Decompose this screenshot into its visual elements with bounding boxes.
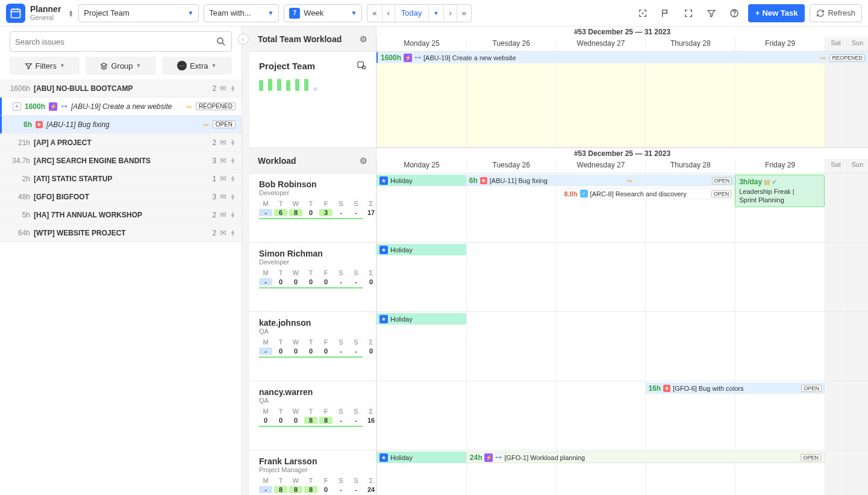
group-button[interactable]: Group▼: [86, 57, 155, 75]
task-line1: Leadership Freak |: [739, 188, 795, 195]
search-input[interactable]: [15, 37, 216, 46]
status-badge: OPEN: [712, 177, 732, 184]
day-header: F: [319, 269, 333, 276]
day-value: -: [349, 417, 363, 424]
project-row[interactable]: 64h [WTP] WEBSITE PROJECT 2 ✉ ▲▼: [0, 224, 242, 242]
svg-point-7: [217, 38, 223, 43]
day-header: M: [259, 477, 272, 484]
inbox-icon[interactable]: ✉: [220, 228, 226, 237]
view-selector[interactable]: Team with... ▼: [204, 4, 279, 22]
person-role: Developer: [259, 258, 366, 266]
day-header: F: [319, 200, 333, 207]
help-icon[interactable]: [725, 4, 743, 22]
extra-button[interactable]: ⋯ Extra▼: [162, 57, 232, 75]
calendar-settings-icon[interactable]: [357, 60, 366, 72]
holiday-bar[interactable]: ★ Holiday: [376, 313, 466, 325]
holiday-bar[interactable]: ★ Holiday: [376, 244, 466, 255]
sort-icon[interactable]: ▲▼: [230, 230, 236, 236]
team-selector[interactable]: Project Team ▼: [78, 4, 199, 22]
day-value: -: [334, 486, 348, 493]
period-selector[interactable]: 7 Week ▼: [284, 4, 362, 22]
project-list: 1606h [ABU] NO-BULL BOOTCAMP 2 ✉ ▲▼ + 16…: [0, 79, 242, 242]
sort-icon[interactable]: ▲▼: [230, 212, 236, 218]
day-header: T: [304, 200, 317, 207]
task-arc-8[interactable]: 8.0h ✓ [ARC-8] Research and discovery OP…: [561, 188, 735, 199]
chevron-left-icon: ‹: [238, 34, 249, 45]
day-value: -: [334, 278, 348, 285]
day-header: M: [259, 338, 272, 346]
holiday-label: Holiday: [390, 316, 413, 323]
fullscreen-icon[interactable]: [679, 4, 698, 22]
project-name: [WTP] WEBSITE PROJECT: [34, 229, 208, 237]
nav-fast-back[interactable]: «: [367, 5, 382, 22]
inbox-icon[interactable]: ✉: [220, 156, 226, 165]
search-box[interactable]: [10, 31, 232, 52]
project-hours: 21h: [6, 139, 30, 147]
day-header: M: [259, 408, 272, 415]
calendar-week-icon: 7: [289, 8, 300, 19]
app-switcher-updown[interactable]: ▲▼: [68, 10, 73, 17]
project-row[interactable]: 5h [HA] 7TH ANNUAL WORKSHOP 2 ✉ ▲▼: [0, 206, 242, 224]
issue-hours: 1600h: [25, 102, 45, 111]
day-header: Thursday 28: [645, 159, 735, 173]
project-row[interactable]: 34.7h [ARC] SEARCH ENGINE BANDITS 3 ✉ ▲▼: [0, 152, 242, 170]
task-name: [ABU-19] Create a new website: [423, 54, 516, 61]
sort-icon[interactable]: ▲▼: [230, 176, 236, 182]
nav-today-caret[interactable]: ▼: [429, 5, 445, 22]
day-value: -: [349, 486, 363, 493]
refresh-button[interactable]: Refresh: [810, 4, 862, 22]
app-subtitle: General: [30, 14, 61, 21]
flag-icon[interactable]: [657, 4, 675, 22]
inbox-icon[interactable]: ✉: [220, 84, 226, 93]
nav-back[interactable]: ‹: [382, 5, 395, 22]
day-value: 0: [274, 417, 287, 424]
person-role: QA: [259, 328, 366, 335]
project-row[interactable]: 2h [ATI] STATIC STARTUP 1 ✉ ▲▼: [0, 170, 242, 188]
task-abu-11[interactable]: 6h ■ [ABU-11] Bug fixing ═ OPEN: [466, 175, 735, 186]
sort-icon[interactable]: ▲▼: [230, 140, 236, 146]
person-role: Developer: [259, 189, 366, 196]
collapse-sidebar-button[interactable]: ‹: [242, 26, 249, 495]
nav-forward[interactable]: ›: [444, 5, 457, 22]
person-name: nancy.warren: [259, 387, 366, 397]
project-name: [GFO] BIGFOOT: [34, 193, 208, 201]
person-row: Bob Robinson Developer MTWTFSSΣ-6803--17: [249, 173, 376, 243]
new-task-button[interactable]: + New Task: [748, 4, 805, 22]
day-header: S: [349, 200, 363, 207]
filter-icon[interactable]: [702, 4, 720, 22]
sort-icon[interactable]: ▲▼: [230, 158, 236, 164]
person-role: QA: [259, 397, 366, 404]
issue-row-selected[interactable]: 6h ■ [ABU-11] Bug fixing ═ OPEN: [0, 116, 242, 134]
task-gfo-6[interactable]: 16h ■ [GFO-6] Bug with colors OPEN: [645, 382, 825, 394]
filters-button[interactable]: Filters▼: [10, 57, 80, 75]
person-name: Simon Richman: [259, 249, 366, 258]
gear-icon[interactable]: ⚙: [360, 34, 367, 44]
workload-bar: [313, 87, 317, 91]
day-header: S: [334, 477, 348, 484]
inbox-icon[interactable]: ✉: [220, 210, 226, 219]
project-hours: 48h: [6, 193, 30, 201]
task-name: [GFO-1] Workload planning: [504, 454, 585, 461]
project-row[interactable]: 1606h [ABU] NO-BULL BOOTCAMP 2 ✉ ▲▼: [0, 79, 242, 98]
issue-row[interactable]: + 1600h ⚡ ⊶ [ABU-19] Create a new websit…: [0, 98, 242, 116]
holiday-bar[interactable]: ★ Holiday: [376, 175, 466, 186]
inbox-icon[interactable]: ✉: [220, 138, 226, 147]
project-name: [ABU] NO-BULL BOOTCAMP: [34, 84, 208, 93]
section-workload-title: Workload: [258, 156, 296, 166]
nav-fast-forward[interactable]: »: [457, 5, 471, 22]
focus-icon[interactable]: [634, 4, 652, 22]
inbox-icon[interactable]: ✉: [220, 174, 226, 183]
inbox-icon[interactable]: ✉: [220, 192, 226, 201]
expand-icon[interactable]: +: [13, 102, 21, 111]
project-row[interactable]: 21h [AP] A PROJECT 2 ✉ ▲▼: [0, 134, 242, 152]
sort-icon[interactable]: ▲▼: [230, 194, 236, 200]
task-gfo-1[interactable]: 24h ⚡ ⊶ [GFO-1] Workload planning OPEN: [466, 452, 825, 463]
gear-icon[interactable]: ⚙: [360, 156, 367, 166]
day-value: 0: [304, 209, 317, 216]
sort-icon[interactable]: ▲▼: [230, 86, 236, 92]
holiday-bar[interactable]: ★ Holiday: [376, 452, 466, 463]
task-abu-19[interactable]: 1600h ⚡ ⊶ [ABU-19] Create a new website …: [376, 52, 868, 63]
project-row[interactable]: 48h [GFO] BIGFOOT 3 ✉ ▲▼: [0, 188, 242, 206]
nav-today[interactable]: Today: [395, 5, 429, 22]
task-sprint-planning[interactable]: 3h/day ▤ ✔ Leadership Freak | Sprint Pla…: [735, 175, 825, 207]
